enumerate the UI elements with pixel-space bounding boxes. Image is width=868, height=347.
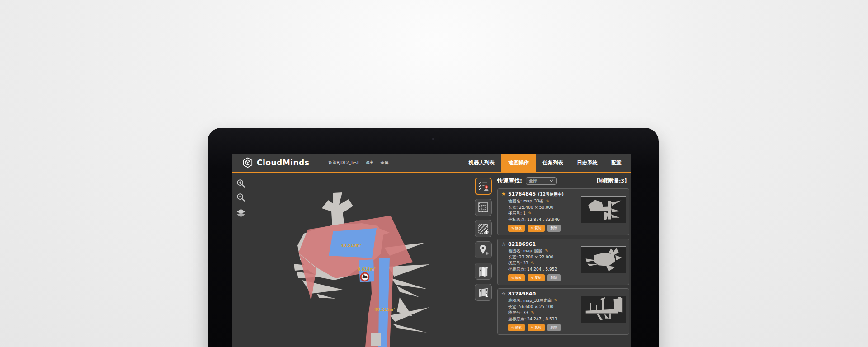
edit-map-button[interactable]: ✎修改 [508, 225, 525, 232]
field-label: 长宽: [508, 255, 518, 259]
map-id: 51764845 [508, 191, 536, 197]
map-annotate-icon [476, 264, 490, 278]
tab-robot-list[interactable]: 机器人列表 [462, 154, 502, 172]
map-id: 82186961 [508, 241, 536, 247]
area-measure-icon [476, 201, 490, 214]
zoom-in-icon[interactable] [236, 178, 246, 188]
floor-value: 33 [523, 261, 528, 265]
filter-value: 全部 [529, 178, 537, 184]
main-tabs: 机器人列表 地图操作 任务列表 日志系统 配置 [462, 154, 629, 172]
tab-log-system[interactable]: 日志系统 [570, 154, 604, 172]
map-size-value: 25.400 × 50.000 [519, 205, 553, 210]
top-navbar: CloudMinds 欢迎BJDT2_Test 退出 全屏 机器人列表 地图操作… [232, 154, 631, 173]
edit-map-button[interactable]: ✎修改 [508, 324, 525, 331]
map-filter-select[interactable]: 全部 [526, 177, 557, 185]
map-list-panel: 快速查找: 全部 【地图数量:3】 ★ [497, 176, 629, 338]
area-label: 40.519m² [341, 243, 362, 248]
edit-pencil-icon[interactable]: ✎ [531, 261, 534, 265]
copy-map-button[interactable]: ✎复制 [528, 274, 544, 281]
brand-name: CloudMinds [257, 158, 309, 167]
area-measure-tool[interactable] [475, 199, 492, 216]
field-label: 坐标原点: [508, 317, 526, 321]
map-name-value: map_33层走廊 [523, 298, 552, 303]
origin-value: 14.204，5.952 [527, 267, 557, 272]
logout-link[interactable]: 退出 [366, 160, 374, 166]
star-icon[interactable]: ★ [501, 192, 506, 197]
delete-map-button[interactable]: 删除 [547, 274, 561, 281]
delete-map-button[interactable]: 删除 [547, 324, 561, 331]
map-size-value: 23.200 × 22.900 [519, 255, 553, 259]
map-card: ☆ 87749840 地图名: map_33层走廊 ✎ 长宽: 56.600 ×… [497, 288, 629, 335]
edit-pencil-icon[interactable]: ✎ [546, 199, 550, 203]
cloudminds-logo-icon [242, 157, 253, 168]
map-size-value: 56.600 × 25.100 [519, 305, 553, 309]
zoom-out-icon[interactable] [236, 192, 246, 202]
panel-header: 快速查找: 全部 【地图数量:3】 [497, 176, 629, 186]
tab-config[interactable]: 配置 [604, 154, 628, 172]
welcome-text: 欢迎BJDT2_Test [328, 160, 359, 166]
map-upload-tool[interactable] [475, 284, 492, 301]
map-thumbnail [581, 296, 626, 323]
edit-pencil-icon[interactable]: ✎ [531, 310, 534, 315]
copy-map-button[interactable]: ✎复制 [528, 324, 544, 331]
edit-pencil-icon[interactable]: ✎ [545, 249, 548, 253]
map-name-value: map_33楼 [523, 199, 543, 203]
floor-value: 33 [523, 310, 528, 315]
scan-fragment [371, 333, 381, 346]
floor-value: 1 [523, 211, 526, 216]
map-workspace: 40.519m² 8.614m² 40.215m² [232, 173, 631, 347]
laptop-bezel: CloudMinds 欢迎BJDT2_Test 退出 全屏 机器人列表 地图操作… [208, 128, 659, 347]
delete-map-button[interactable]: 删除 [547, 225, 561, 232]
tab-task-list[interactable]: 任务列表 [536, 154, 570, 172]
edit-pencil-icon[interactable]: ✎ [528, 211, 532, 216]
fullscreen-link[interactable]: 全屏 [381, 160, 389, 166]
nav-spacer [389, 154, 462, 172]
task-location-icon [476, 179, 490, 193]
area-label: 8.614m² [358, 267, 376, 272]
field-label: 楼层号: [508, 211, 522, 216]
map-thumbnail [581, 196, 626, 223]
field-label: 地图名: [508, 199, 522, 203]
layers-icon[interactable] [236, 208, 246, 218]
map-annotate-tool[interactable] [475, 263, 492, 280]
edit-pencil-icon[interactable]: ✎ [554, 298, 558, 303]
quick-search-label: 快速查找: [497, 177, 522, 185]
app-screen: CloudMinds 欢迎BJDT2_Test 退出 全屏 机器人列表 地图操作… [232, 154, 631, 347]
field-label: 坐标原点: [508, 267, 526, 272]
map-tool-column [475, 178, 492, 301]
restricted-area-add-tool[interactable] [475, 220, 492, 237]
brand-logo: CloudMinds [232, 154, 309, 172]
poi-add-tool[interactable] [475, 241, 492, 258]
field-label: 地图名: [508, 298, 522, 303]
map-canvas[interactable]: 40.519m² 8.614m² 40.215m² [294, 191, 429, 347]
poi-add-icon [476, 243, 490, 257]
field-label: 坐标原点: [508, 217, 526, 222]
field-label: 楼层号: [508, 310, 522, 315]
task-location-tool[interactable] [475, 178, 492, 195]
map-thumbnail [581, 246, 626, 273]
map-name-value: map_腿腿 [523, 249, 542, 253]
map-card: ★ 51764845 (12号使用中) 地图名: map_33楼 ✎ 长宽: 2… [497, 188, 629, 235]
field-label: 长宽: [508, 305, 518, 309]
map-zoom-tools [236, 178, 246, 218]
field-label: 长宽: [508, 205, 518, 210]
origin-value: 12.874，33.946 [527, 217, 560, 222]
desktop-background: CloudMinds 欢迎BJDT2_Test 退出 全屏 机器人列表 地图操作… [0, 0, 868, 347]
edit-map-button[interactable]: ✎修改 [508, 274, 525, 281]
area-label: 40.215m² [374, 307, 395, 312]
webcam-dot [432, 138, 434, 140]
robot-position-marker[interactable] [361, 273, 369, 281]
map-id: 87749840 [508, 291, 536, 297]
map-upload-icon [476, 286, 490, 299]
star-icon[interactable]: ☆ [501, 291, 506, 296]
origin-value: 34.247，8.533 [527, 317, 557, 321]
map-card: ☆ 82186961 地图名: map_腿腿 ✎ 长宽: 23.200 × 22… [497, 239, 629, 285]
restricted-area-add-icon [476, 222, 490, 235]
star-icon[interactable]: ☆ [501, 242, 506, 247]
copy-map-button[interactable]: ✎复制 [528, 225, 544, 232]
map-in-use-badge: (12号使用中) [538, 192, 564, 197]
tab-map-operations[interactable]: 地图操作 [501, 154, 536, 172]
map-count-badge: 【地图数量:3】 [594, 178, 629, 184]
field-label: 地图名: [508, 249, 522, 253]
chevron-down-icon [549, 179, 553, 182]
